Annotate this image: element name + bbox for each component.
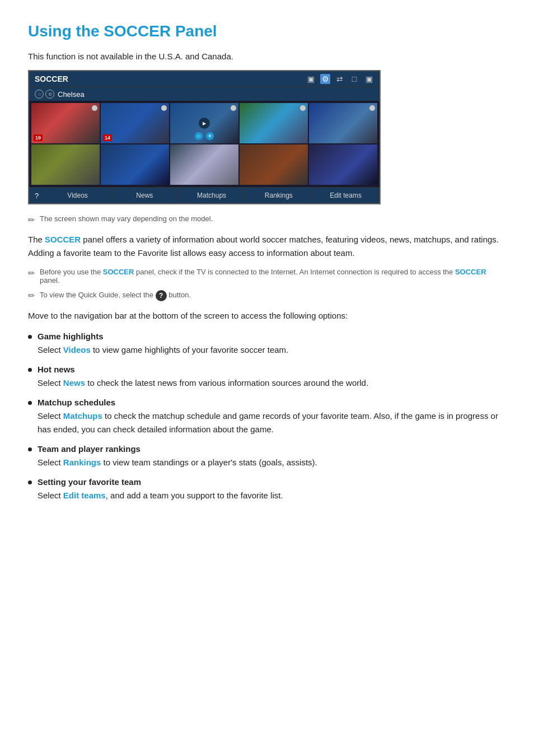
note-guide-text: To view the Quick Guide, select the ? bu… bbox=[40, 290, 191, 301]
note-guide: ✏ To view the Quick Guide, select the ? … bbox=[28, 290, 506, 301]
settings-icon: ⚙ bbox=[45, 90, 54, 99]
soccer-thumbnails: 19 14 ▶ ▷ ⊕ bbox=[29, 101, 380, 187]
thumb-8[interactable] bbox=[170, 144, 238, 185]
fav-icon: ☆ bbox=[35, 90, 44, 99]
bullet-matchup-schedules: Matchup schedules Select Matchups to che… bbox=[28, 398, 506, 436]
toolbar-icon-2[interactable]: ⚙ bbox=[320, 74, 330, 84]
bullet-desc-4: Select Rankings to view team standings o… bbox=[38, 456, 317, 469]
nav-news[interactable]: News bbox=[111, 188, 179, 203]
bullet-content-2: Hot news Select News to check the latest… bbox=[38, 365, 368, 390]
team-icons: ☆ ⚙ bbox=[35, 90, 54, 99]
thumb-3[interactable]: ▶ ▷ ⊕ bbox=[170, 103, 238, 143]
bullet-dot-5 bbox=[28, 480, 32, 484]
soccer-panel-title: SOCCER bbox=[35, 74, 68, 83]
bullet-desc-1: Select Videos to view game highlights of… bbox=[38, 343, 288, 357]
soccer-link-3[interactable]: SOCCER bbox=[455, 268, 486, 276]
toolbar-icon-3[interactable]: ⇄ bbox=[335, 74, 345, 84]
thumb-6[interactable] bbox=[31, 144, 100, 185]
bullet-desc-5: Select Edit teams, and add a team you su… bbox=[38, 489, 283, 502]
soccer-panel-header: SOCCER ▣ ⚙ ⇄ □ ▣ bbox=[29, 71, 380, 87]
nav-edit-teams[interactable]: Edit teams bbox=[312, 188, 380, 203]
main-paragraph: The SOCCER panel offers a variety of inf… bbox=[28, 233, 506, 260]
soccer-link-2[interactable]: SOCCER bbox=[103, 268, 134, 276]
soccer-link-1[interactable]: SOCCER bbox=[45, 235, 81, 244]
news-link[interactable]: News bbox=[63, 378, 85, 388]
toolbar-icon-1[interactable]: ▣ bbox=[306, 74, 316, 84]
bullet-rankings: Team and player rankings Select Rankings… bbox=[28, 444, 506, 469]
nav-rankings[interactable]: Rankings bbox=[245, 188, 312, 203]
bullet-edit-teams: Setting your favorite team Select Edit t… bbox=[28, 477, 506, 502]
toolbar-icon-4[interactable]: □ bbox=[349, 74, 359, 84]
bullet-list: Game highlights Select Videos to view ga… bbox=[28, 332, 506, 502]
bullet-game-highlights: Game highlights Select Videos to view ga… bbox=[28, 332, 506, 357]
nav-intro-text: Move to the navigation bar at the bottom… bbox=[28, 309, 506, 323]
thumb-9[interactable] bbox=[240, 144, 308, 185]
q-button-icon: ? bbox=[156, 290, 167, 301]
bullet-content-3: Matchup schedules Select Matchups to che… bbox=[38, 398, 506, 436]
bullet-content-5: Setting your favorite team Select Edit t… bbox=[38, 477, 283, 502]
matchups-link[interactable]: Matchups bbox=[63, 411, 102, 421]
help-button[interactable]: ? bbox=[29, 188, 44, 203]
bullet-dot-4 bbox=[28, 447, 32, 451]
note-icon-2: ✏ bbox=[28, 268, 35, 278]
bullet-title-5: Setting your favorite team bbox=[38, 477, 283, 487]
page-title: Using the SOCCER Panel bbox=[28, 22, 506, 40]
intro-text: This function is not available in the U.… bbox=[28, 52, 506, 61]
bullet-title-4: Team and player rankings bbox=[38, 444, 317, 454]
bullet-dot-3 bbox=[28, 401, 32, 405]
bullet-content-4: Team and player rankings Select Rankings… bbox=[38, 444, 317, 469]
bullet-title-1: Game highlights bbox=[38, 332, 288, 341]
note-icon-1: ✏ bbox=[28, 215, 35, 225]
nav-videos[interactable]: Videos bbox=[44, 188, 111, 203]
note-internet: ✏ Before you use the SOCCER panel, check… bbox=[28, 268, 506, 284]
thumb-10[interactable] bbox=[309, 144, 377, 185]
team-bar: ☆ ⚙ Chelsea bbox=[29, 87, 380, 101]
bullet-desc-3: Select Matchups to check the matchup sch… bbox=[38, 409, 506, 436]
nav-matchups[interactable]: Matchups bbox=[179, 188, 246, 203]
screen-note-text: The screen shown may vary depending on t… bbox=[40, 214, 213, 223]
note-icon-3: ✏ bbox=[28, 291, 35, 301]
edit-teams-link[interactable]: Edit teams bbox=[63, 491, 106, 500]
toolbar-icon-5[interactable]: ▣ bbox=[364, 74, 374, 84]
team-name-label: Chelsea bbox=[58, 90, 85, 99]
note-internet-text: Before you use the SOCCER panel, check i… bbox=[40, 268, 506, 284]
nav-items-list: Videos News Matchups Rankings Edit teams bbox=[44, 188, 380, 203]
screen-note: ✏ The screen shown may vary depending on… bbox=[28, 214, 506, 225]
bullet-title-3: Matchup schedules bbox=[38, 398, 506, 407]
thumb-2[interactable]: 14 bbox=[101, 103, 169, 143]
bullet-desc-2: Select News to check the latest news fro… bbox=[38, 376, 368, 390]
soccer-toolbar: ▣ ⚙ ⇄ □ ▣ bbox=[306, 74, 374, 84]
bullet-dot-2 bbox=[28, 368, 32, 372]
videos-link[interactable]: Videos bbox=[63, 345, 91, 354]
rankings-link[interactable]: Rankings bbox=[63, 458, 101, 467]
soccer-bottom-nav: ? Videos News Matchups Rankings Edit tea… bbox=[29, 187, 380, 203]
bullet-content-1: Game highlights Select Videos to view ga… bbox=[38, 332, 288, 357]
soccer-panel: SOCCER ▣ ⚙ ⇄ □ ▣ ☆ ⚙ Chelsea 19 14 ▶ ▷ bbox=[28, 70, 381, 204]
thumb-7[interactable] bbox=[101, 144, 169, 185]
thumb-5[interactable] bbox=[309, 103, 377, 143]
thumb-4[interactable] bbox=[240, 103, 308, 143]
bullet-title-2: Hot news bbox=[38, 365, 368, 374]
bullet-hot-news: Hot news Select News to check the latest… bbox=[28, 365, 506, 390]
thumb-1[interactable]: 19 bbox=[31, 103, 100, 143]
bullet-dot-1 bbox=[28, 335, 32, 339]
